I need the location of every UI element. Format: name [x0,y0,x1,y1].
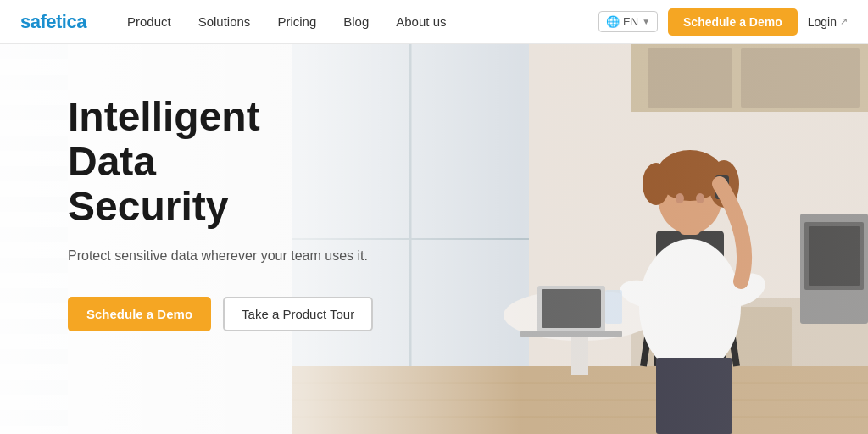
nav-right: 🌐 EN ▼ Schedule a Demo Login ↗ [598,8,848,36]
nav-blog[interactable]: Blog [343,14,369,29]
login-label: Login [808,15,837,29]
chevron-down-icon: ▼ [642,17,650,26]
login-link[interactable]: Login ↗ [808,15,848,29]
nav-product[interactable]: Product [127,14,171,29]
hero-buttons: Schedule a Demo Take a Product Tour [68,297,373,331]
schedule-demo-nav-button[interactable]: Schedule a Demo [668,8,798,36]
schedule-demo-hero-button[interactable]: Schedule a Demo [68,297,211,331]
logo[interactable]: safetica [20,11,86,33]
external-link-icon: ↗ [840,16,848,27]
nav-solutions[interactable]: Solutions [198,14,251,29]
hero-section: Intelligent Data Security Protect sensit… [0,44,868,434]
hero-subtitle: Protect sensitive data wherever your tea… [68,246,373,266]
product-tour-button[interactable]: Take a Product Tour [223,297,373,331]
nav-about[interactable]: About us [396,14,446,29]
hero-title: Intelligent Data Security [68,95,373,229]
globe-icon: 🌐 [606,15,620,28]
nav-links: Product Solutions Pricing Blog About us [127,14,598,29]
language-selector[interactable]: 🌐 EN ▼ [598,11,658,32]
lang-label: EN [623,15,638,28]
hero-content: Intelligent Data Security Protect sensit… [68,95,373,331]
nav-pricing[interactable]: Pricing [277,14,316,29]
navbar: safetica Product Solutions Pricing Blog … [0,0,868,44]
